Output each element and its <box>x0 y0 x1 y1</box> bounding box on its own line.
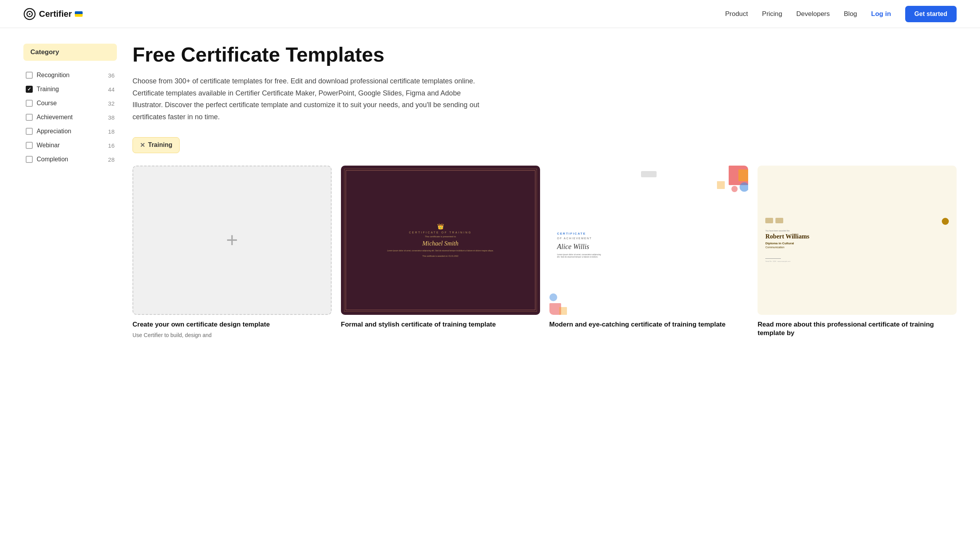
sidebar-item-recognition[interactable]: Recognition 36 <box>23 69 117 82</box>
nav-login[interactable]: Log in <box>871 10 891 18</box>
category-count-training: 44 <box>108 86 115 93</box>
checkbox-completion[interactable] <box>26 156 33 163</box>
page-description: Choose from 300+ of certificate template… <box>132 75 483 123</box>
svg-point-9 <box>549 293 557 301</box>
sidebar-item-achievement[interactable]: Achievement 38 <box>23 111 117 124</box>
checkbox-appreciation[interactable] <box>26 128 33 135</box>
nav-blog[interactable]: Blog <box>844 10 857 18</box>
nav-product[interactable]: Product <box>725 10 748 18</box>
decorative-shapes-bl <box>549 291 573 315</box>
category-count-achievement: 38 <box>108 114 115 121</box>
nav-pricing[interactable]: Pricing <box>762 10 782 18</box>
rw-seal <box>942 218 949 225</box>
category-count-course: 32 <box>108 100 115 107</box>
navbar: Certifier Product Pricing Developers Blo… <box>0 0 980 28</box>
category-name-course: Course <box>37 100 104 107</box>
svg-point-6 <box>731 186 738 192</box>
svg-rect-7 <box>717 181 725 189</box>
cert-preview-colorful: CERTIFICATE OF ACHIEVEMENT Alice Willis … <box>549 166 749 315</box>
template-card-modern[interactable]: CERTIFICATE OF ACHIEVEMENT Alice Willis … <box>549 166 749 340</box>
card-title-formal: Formal and stylish certificate of traini… <box>341 320 540 329</box>
template-grid: + Create your own certificate design tem… <box>132 166 957 340</box>
category-name-recognition: Recognition <box>37 72 104 79</box>
logo-icon <box>23 8 36 20</box>
sidebar-header: Category <box>23 44 117 61</box>
category-name-webinar: Webinar <box>37 142 104 149</box>
filters: ✕ Training <box>132 137 957 153</box>
filter-training-tag[interactable]: ✕ Training <box>132 137 180 153</box>
nav-links: Product Pricing Developers Blog Log in G… <box>725 6 957 22</box>
logo-link[interactable]: Certifier <box>23 8 83 20</box>
checkbox-achievement[interactable] <box>26 114 33 121</box>
card-title-robert: Read more about this professional certif… <box>758 320 957 337</box>
category-count-appreciation: 18 <box>108 128 115 135</box>
svg-rect-10 <box>559 307 567 315</box>
ukraine-flag <box>75 11 83 17</box>
card-image-create: + <box>132 166 332 315</box>
sidebar-item-completion[interactable]: Completion 28 <box>23 153 117 166</box>
page-title: Free Certificate Templates <box>132 44 957 66</box>
category-name-achievement: Achievement <box>37 114 104 121</box>
sidebar-item-webinar[interactable]: Webinar 16 <box>23 139 117 152</box>
company-logo-placeholder <box>641 171 657 177</box>
sidebar-item-appreciation[interactable]: Appreciation 18 <box>23 125 117 138</box>
sidebar-item-course[interactable]: Course 32 <box>23 97 117 110</box>
category-count-recognition: 36 <box>108 72 115 79</box>
rw-logo-box-2 <box>775 218 783 223</box>
card-title-modern: Modern and eye-catching certificate of t… <box>549 320 749 329</box>
svg-point-2 <box>29 13 30 15</box>
filter-tag-label: Training <box>148 141 172 148</box>
template-card-formal[interactable]: 👑 CERTIFICATE OF TRAINING This certifica… <box>341 166 540 340</box>
sidebar: Category Recognition 36 ✓ Training 44 Co… <box>23 44 117 340</box>
page-layout: Category Recognition 36 ✓ Training 44 Co… <box>0 28 980 363</box>
card-image-robert: You have been awarded the Robert William… <box>758 166 957 315</box>
category-count-webinar: 16 <box>108 142 115 149</box>
checkbox-recognition[interactable] <box>26 72 33 79</box>
card-image-modern: CERTIFICATE OF ACHIEVEMENT Alice Willis … <box>549 166 749 315</box>
card-image-formal: 👑 CERTIFICATE OF TRAINING This certifica… <box>341 166 540 315</box>
crown-icon: 👑 <box>437 223 444 230</box>
plus-icon: + <box>226 230 238 250</box>
category-name-completion: Completion <box>37 156 104 163</box>
filter-remove-icon: ✕ <box>140 141 145 149</box>
svg-rect-4 <box>738 170 748 181</box>
template-card-robert[interactable]: You have been awarded the Robert William… <box>758 166 957 340</box>
card-title-create: Create your own certificate design templ… <box>132 320 332 329</box>
checkbox-course[interactable] <box>26 100 33 107</box>
category-name-training: Training <box>37 86 104 93</box>
decorative-shapes-tr <box>717 166 748 197</box>
cert-preview-robert: You have been awarded the Robert William… <box>758 166 957 315</box>
nav-developers[interactable]: Developers <box>796 10 830 18</box>
checkbox-training[interactable]: ✓ <box>26 86 33 93</box>
main-content: Free Certificate Templates Choose from 3… <box>132 44 957 340</box>
card-subtitle-create: Use Certifier to build, design and <box>132 331 332 339</box>
sidebar-item-training[interactable]: ✓ Training 44 <box>23 83 117 96</box>
template-card-create[interactable]: + Create your own certificate design tem… <box>132 166 332 340</box>
checkbox-webinar[interactable] <box>26 142 33 149</box>
cert-preview-maroon: 👑 CERTIFICATE OF TRAINING This certifica… <box>341 166 540 315</box>
signature-line <box>765 254 781 259</box>
logo-text: Certifier <box>39 9 72 19</box>
nav-get-started-button[interactable]: Get started <box>905 6 957 22</box>
rw-logo-box-1 <box>765 218 773 223</box>
category-count-completion: 28 <box>108 156 115 163</box>
category-name-appreciation: Appreciation <box>37 128 104 135</box>
checkmark-training: ✓ <box>27 87 31 92</box>
